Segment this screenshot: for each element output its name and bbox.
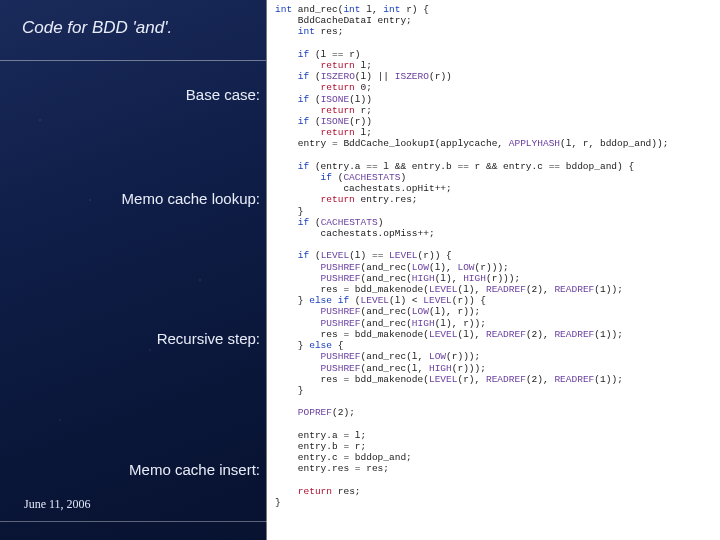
- label-cache-lookup: Memo cache lookup:: [20, 190, 260, 207]
- label-base-case: Base case:: [20, 86, 260, 103]
- label-cache-insert: Memo cache insert:: [20, 461, 260, 478]
- code-listing: int and_rec(int l, int r) { BddCacheData…: [266, 0, 720, 540]
- slide-date: June 11, 2006: [24, 497, 91, 512]
- label-recursive: Recursive step:: [20, 330, 260, 347]
- slide-title: Code for BDD 'and'.: [22, 18, 172, 38]
